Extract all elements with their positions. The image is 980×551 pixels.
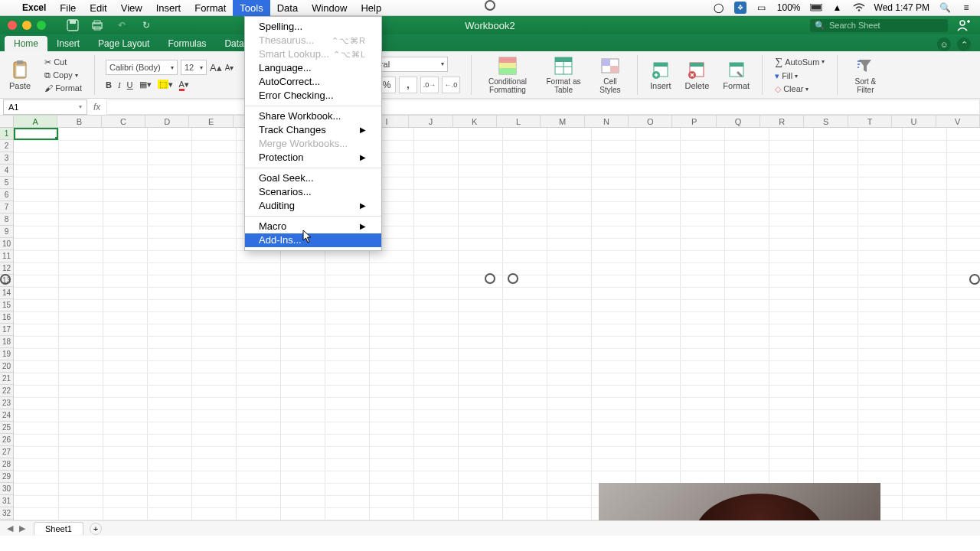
- col-header[interactable]: P: [672, 116, 716, 127]
- col-header[interactable]: K: [453, 116, 497, 127]
- menu-view[interactable]: View: [114, 0, 149, 16]
- select-all-corner[interactable]: [0, 116, 14, 128]
- row-header[interactable]: 25: [0, 422, 13, 434]
- ribbon-collapse-icon[interactable]: ⌃: [957, 37, 971, 51]
- row-header[interactable]: 2: [0, 140, 13, 152]
- name-box[interactable]: A1▾: [3, 99, 87, 115]
- font-size-combo[interactable]: 12▾: [181, 60, 207, 75]
- row-header[interactable]: 32: [0, 507, 13, 520]
- border-button[interactable]: ▦▾: [139, 80, 152, 90]
- col-header[interactable]: R: [760, 116, 804, 127]
- spotlight-icon[interactable]: 🔍: [939, 2, 951, 14]
- insert-cells-button[interactable]: Insert: [645, 58, 676, 92]
- share-button[interactable]: [956, 18, 971, 33]
- menu-help[interactable]: Help: [354, 0, 388, 16]
- col-header[interactable]: B: [57, 116, 101, 127]
- col-header[interactable]: J: [409, 116, 452, 127]
- decrease-font-icon[interactable]: A▾: [225, 64, 234, 72]
- row-header[interactable]: 7: [0, 201, 13, 214]
- app-status-icon[interactable]: ❖: [734, 2, 746, 14]
- print-icon[interactable]: [90, 18, 104, 32]
- copy-button[interactable]: ⧉Copy▾: [43, 70, 83, 81]
- font-family-combo[interactable]: Calibri (Body)▾: [106, 60, 178, 75]
- app-name[interactable]: Excel: [15, 2, 53, 13]
- ribbon-tab-formulas[interactable]: Formulas: [158, 36, 215, 51]
- row-header[interactable]: 3: [0, 152, 13, 165]
- tools-menu-item[interactable]: Spelling...: [245, 20, 381, 34]
- increase-decimal-button[interactable]: .0→: [420, 77, 439, 93]
- col-header[interactable]: V: [936, 116, 980, 127]
- col-header[interactable]: Q: [717, 116, 760, 127]
- undo-icon[interactable]: ↶: [115, 18, 129, 32]
- row-header[interactable]: 20: [0, 360, 13, 373]
- sheet-nav-prev[interactable]: ◀: [5, 523, 15, 534]
- col-header[interactable]: L: [497, 116, 541, 127]
- row-header[interactable]: 18: [0, 336, 13, 348]
- tools-menu-item[interactable]: Scenarios...: [245, 185, 381, 199]
- col-header[interactable]: M: [541, 116, 584, 127]
- active-cell[interactable]: [14, 128, 58, 140]
- fill-color-button[interactable]: ⬚▾: [158, 80, 173, 90]
- ribbon-tab-insert[interactable]: Insert: [47, 36, 89, 51]
- row-header[interactable]: 9: [0, 226, 13, 238]
- row-header[interactable]: 14: [0, 287, 13, 299]
- notification-center-icon[interactable]: ≡: [960, 2, 972, 14]
- col-header[interactable]: T: [848, 116, 892, 127]
- cells-area[interactable]: [14, 128, 980, 536]
- menu-format[interactable]: Format: [188, 0, 233, 16]
- search-sheet[interactable]: 🔍 Search Sheet: [810, 19, 948, 32]
- row-header[interactable]: 26: [0, 434, 13, 446]
- redo-icon[interactable]: ↻: [139, 18, 153, 32]
- menu-insert[interactable]: Insert: [149, 0, 188, 16]
- col-header[interactable]: N: [585, 116, 629, 127]
- tools-menu-item[interactable]: Macro▶: [245, 220, 381, 233]
- row-header[interactable]: 4: [0, 165, 13, 177]
- clock[interactable]: Wed 1:47 PM: [874, 2, 929, 13]
- col-header[interactable]: C: [102, 116, 145, 127]
- display-icon[interactable]: ▭: [756, 2, 768, 14]
- conditional-formatting-button[interactable]: Conditional Formatting: [479, 54, 536, 96]
- col-header[interactable]: S: [804, 116, 848, 127]
- tools-menu-item[interactable]: Protection▶: [245, 151, 381, 165]
- menu-edit[interactable]: Edit: [83, 0, 113, 16]
- tools-menu-item[interactable]: Share Workbook...: [245, 109, 381, 123]
- sheet-nav-next[interactable]: ▶: [17, 523, 28, 534]
- row-header[interactable]: 11: [0, 250, 13, 262]
- tools-menu-item[interactable]: AutoCorrect...: [245, 75, 381, 89]
- underline-button[interactable]: U: [127, 80, 133, 90]
- row-header[interactable]: 31: [0, 495, 13, 507]
- font-color-button[interactable]: A▾: [179, 80, 189, 90]
- ribbon-tab-home[interactable]: Home: [5, 36, 47, 51]
- row-header[interactable]: 15: [0, 299, 13, 311]
- tools-menu-item[interactable]: Goal Seek...: [245, 171, 381, 185]
- row-header[interactable]: 6: [0, 189, 13, 201]
- row-header[interactable]: 1: [0, 128, 13, 140]
- col-header[interactable]: E: [189, 116, 233, 127]
- zoom-window[interactable]: [37, 21, 46, 30]
- row-header[interactable]: 21: [0, 373, 13, 385]
- paste-button[interactable]: Paste: [5, 58, 35, 92]
- ribbon-tab-page-layout[interactable]: Page Layout: [89, 36, 158, 51]
- menu-file[interactable]: File: [53, 0, 83, 16]
- italic-button[interactable]: I: [118, 80, 121, 90]
- row-header[interactable]: 27: [0, 446, 13, 458]
- wifi-icon[interactable]: [853, 2, 865, 14]
- format-cells-button[interactable]: Format: [718, 58, 754, 92]
- smiley-feedback-icon[interactable]: ☺: [937, 37, 951, 51]
- row-header[interactable]: 5: [0, 177, 13, 189]
- row-header[interactable]: 23: [0, 397, 13, 409]
- tools-menu-item[interactable]: Auditing▶: [245, 199, 381, 213]
- tools-menu-item[interactable]: Add-Ins...: [245, 233, 381, 247]
- column-headers[interactable]: ABCDEFGHIJKLMNOPQRSTUV: [14, 116, 980, 128]
- row-header[interactable]: 12: [0, 262, 13, 275]
- close-window[interactable]: [8, 21, 17, 30]
- col-header[interactable]: D: [145, 116, 189, 127]
- row-header[interactable]: 22: [0, 385, 13, 397]
- tools-menu-item[interactable]: Language...: [245, 61, 381, 75]
- col-header[interactable]: A: [14, 116, 57, 127]
- tools-menu-item[interactable]: Error Checking...: [245, 89, 381, 103]
- menu-window[interactable]: Window: [305, 0, 354, 16]
- formula-input[interactable]: [106, 99, 980, 115]
- sort-filter-button[interactable]: Sort & Filter: [845, 54, 885, 96]
- increase-font-icon[interactable]: A▴: [210, 62, 222, 73]
